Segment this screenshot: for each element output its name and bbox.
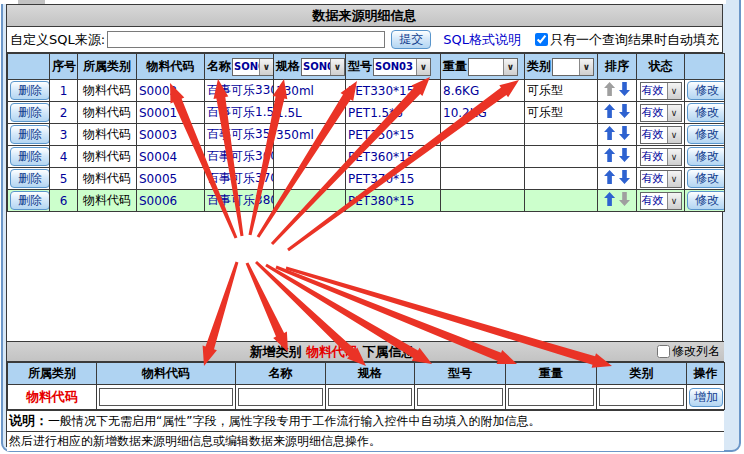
modify-button[interactable]: 修改	[687, 169, 725, 188]
column-header-code: 物料代码	[137, 54, 205, 80]
add-category-value: 物料代码	[8, 385, 97, 410]
modify-button[interactable]: 修改	[687, 191, 725, 210]
sort-cell	[598, 146, 637, 168]
add-section-header: 新增类别 物料代码 下属信息 修改列名	[7, 341, 724, 362]
autofill-checkbox[interactable]	[535, 33, 548, 46]
modify-button[interactable]: 修改	[687, 81, 725, 100]
sort-up-icon[interactable]	[604, 82, 615, 96]
sort-up-icon[interactable]	[604, 192, 615, 206]
status-select[interactable]: 有效∨	[640, 192, 682, 210]
sort-down-icon[interactable]	[619, 170, 630, 184]
add-column-spec: 规格	[326, 363, 415, 385]
table-row: 删除1物料代码S0002百事可乐330ml330mlPET330*158.6KG…	[8, 80, 725, 102]
add-button[interactable]: 增加	[689, 388, 723, 407]
sort-up-icon[interactable]	[604, 104, 615, 118]
sort-up-icon[interactable]	[604, 126, 615, 140]
name-cell: 百事可乐350ml	[205, 124, 274, 146]
model-column-select[interactable]: SON03∨	[373, 58, 431, 76]
column-header-weight: 重量∨	[441, 54, 525, 80]
delete-button[interactable]: 删除	[10, 125, 50, 144]
add-name-input[interactable]	[238, 388, 323, 406]
column-header-seq: 序号	[50, 54, 78, 80]
name-column-select[interactable]: SON01∨	[232, 58, 274, 76]
type-column-select[interactable]: ∨	[552, 58, 594, 76]
sort-cell	[598, 80, 637, 102]
sort-down-icon[interactable]	[619, 192, 630, 206]
status-select[interactable]: 有效∨	[640, 104, 682, 122]
category-cell: 物料代码	[78, 146, 137, 168]
status-cell: 有效∨	[637, 124, 685, 146]
delete-button[interactable]: 删除	[10, 191, 50, 210]
add-section-title-highlight: 物料代码	[306, 344, 358, 359]
add-column-model: 型号	[415, 363, 506, 385]
add-spec-input[interactable]	[328, 388, 412, 406]
weight-cell: 10.2KG	[441, 102, 525, 124]
sort-cell	[598, 168, 637, 190]
delete-cell[interactable]: 删除	[8, 146, 50, 168]
status-select[interactable]: 有效∨	[640, 148, 682, 166]
modify-cell[interactable]: 修改	[685, 80, 725, 102]
page-title: 数据来源明细信息	[7, 5, 722, 27]
chevron-down-icon: ∨	[667, 149, 681, 165]
sql-format-link[interactable]: SQL格式说明	[443, 31, 521, 49]
status-select[interactable]: 有效∨	[640, 82, 682, 100]
status-select[interactable]: 有效∨	[640, 126, 682, 144]
modify-cell[interactable]: 修改	[685, 102, 725, 124]
spec-cell: 350ml	[274, 124, 346, 146]
code-cell: S0002	[137, 80, 205, 102]
add-type-input[interactable]	[599, 388, 684, 406]
delete-cell[interactable]: 删除	[8, 124, 50, 146]
table-row: 删除2物料代码S0001百事可乐1.5L1.5LPET1.5*610.2KG可乐…	[8, 102, 725, 124]
type-cell: 可乐型	[525, 80, 598, 102]
delete-cell[interactable]: 删除	[8, 168, 50, 190]
sort-down-icon[interactable]	[619, 104, 630, 118]
modify-cell[interactable]: 修改	[685, 168, 725, 190]
sort-down-icon[interactable]	[619, 82, 630, 96]
sort-down-icon[interactable]	[619, 148, 630, 162]
add-code-input[interactable]	[99, 388, 233, 406]
data-source-table: 序号 所属类别 物料代码 名称SON01∨ 规格SON02∨ 型号SON03∨ …	[7, 53, 725, 212]
add-weight-input[interactable]	[508, 388, 594, 406]
modify-button[interactable]: 修改	[687, 125, 725, 144]
add-column-type: 类别	[597, 363, 687, 385]
column-header-delete	[8, 54, 50, 80]
weight-cell	[441, 168, 525, 190]
seq-cell: 5	[50, 168, 78, 190]
modify-button[interactable]: 修改	[687, 147, 725, 166]
seq-cell: 1	[50, 80, 78, 102]
delete-button[interactable]: 删除	[10, 169, 50, 188]
add-column-name: 名称	[236, 363, 326, 385]
column-header-sort: 排序	[598, 54, 637, 80]
delete-button[interactable]: 删除	[10, 103, 50, 122]
category-cell: 物料代码	[78, 102, 137, 124]
sort-down-icon[interactable]	[619, 126, 630, 140]
rename-columns-checkbox[interactable]	[657, 345, 670, 358]
modify-cell[interactable]: 修改	[685, 124, 725, 146]
sql-source-input[interactable]	[107, 31, 385, 48]
spec-cell: 330ml	[274, 80, 346, 102]
spec-cell	[274, 190, 346, 212]
spec-cell: 1.5L	[274, 102, 346, 124]
modify-cell[interactable]: 修改	[685, 146, 725, 168]
code-cell: S0003	[137, 124, 205, 146]
delete-cell[interactable]: 删除	[8, 190, 50, 212]
delete-cell[interactable]: 删除	[8, 80, 50, 102]
custom-sql-bar: 自定义SQL来源: 提交 SQL格式说明 只有一个查询结果时自动填充	[7, 27, 722, 53]
seq-cell: 2	[50, 102, 78, 124]
chevron-down-icon: ∨	[259, 59, 273, 75]
status-select[interactable]: 有效∨	[640, 170, 682, 188]
delete-cell[interactable]: 删除	[8, 102, 50, 124]
add-model-input[interactable]	[417, 388, 503, 406]
sort-up-icon[interactable]	[604, 170, 615, 184]
sort-up-icon[interactable]	[604, 148, 615, 162]
weight-cell	[441, 146, 525, 168]
weight-column-select[interactable]: ∨	[468, 58, 518, 76]
chevron-down-icon: ∨	[667, 127, 681, 143]
modify-button[interactable]: 修改	[687, 103, 725, 122]
delete-button[interactable]: 删除	[10, 147, 50, 166]
submit-button[interactable]: 提交	[391, 30, 431, 49]
code-cell: S0005	[137, 168, 205, 190]
delete-button[interactable]: 删除	[10, 81, 50, 100]
modify-cell[interactable]: 修改	[685, 190, 725, 212]
spec-column-select[interactable]: SON02∨	[301, 58, 345, 76]
